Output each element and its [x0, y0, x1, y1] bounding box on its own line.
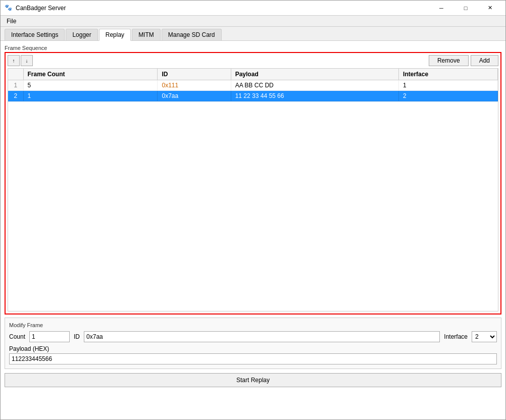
tab-logger[interactable]: Logger	[66, 29, 97, 40]
app-title: CanBadger Server	[16, 5, 66, 12]
row-num: 2	[8, 91, 23, 101]
minimize-button[interactable]: ─	[430, 1, 453, 16]
interface-label: Interface	[444, 333, 468, 340]
tab-replay[interactable]: Replay	[99, 29, 131, 41]
col-id: ID	[158, 69, 231, 80]
row-id: 0x111	[158, 80, 231, 91]
title-bar-left: 🐾 CanBadger Server	[5, 4, 66, 12]
row-interface: 2	[399, 91, 498, 101]
tab-manage-sd-card[interactable]: Manage SD Card	[162, 29, 222, 40]
frame-sequence-section: Frame Sequence ↑ ↓ Remove Add	[5, 45, 501, 314]
count-input[interactable]	[29, 331, 70, 342]
row-num: 1	[8, 80, 23, 91]
row-frame-count: 5	[23, 80, 158, 91]
tab-interface-settings[interactable]: Interface Settings	[5, 29, 65, 40]
app-icon: 🐾	[5, 4, 13, 12]
row-payload: AA BB CC DD	[231, 80, 398, 91]
action-buttons: Remove Add	[429, 55, 498, 66]
arrow-buttons: ↑ ↓	[8, 55, 33, 66]
menu-file[interactable]: File	[3, 17, 20, 26]
main-window: 🐾 CanBadger Server ─ □ ✕ File Interface …	[0, 0, 506, 420]
row-interface: 1	[399, 80, 498, 91]
id-input[interactable]	[84, 331, 440, 342]
row-payload: 11 22 33 44 55 66	[231, 91, 398, 101]
move-down-button[interactable]: ↓	[21, 55, 33, 66]
table-header-row: Frame Count ID Payload Interface	[8, 69, 498, 80]
add-button[interactable]: Add	[471, 55, 498, 66]
title-bar-controls: ─ □ ✕	[430, 1, 501, 16]
frame-sequence-box: ↑ ↓ Remove Add Frame Count	[5, 52, 501, 314]
main-content: Frame Sequence ↑ ↓ Remove Add	[1, 41, 505, 419]
maximize-button[interactable]: □	[454, 1, 477, 16]
payload-input[interactable]	[9, 353, 497, 364]
table-row[interactable]: 210x7aa11 22 33 44 55 662	[8, 91, 498, 101]
col-num	[8, 69, 23, 80]
row-frame-count: 1	[23, 91, 158, 101]
count-label: Count	[9, 333, 25, 340]
modify-frame-section: Modify Frame Count ID Interface 1 2 3 4 …	[5, 318, 501, 369]
close-button[interactable]: ✕	[478, 1, 501, 16]
start-replay-button[interactable]: Start Replay	[5, 373, 501, 387]
frame-sequence-label: Frame Sequence	[5, 45, 501, 51]
payload-label: Payload (HEX)	[9, 345, 497, 352]
title-bar: 🐾 CanBadger Server ─ □ ✕	[1, 1, 505, 16]
toolbar-row: ↑ ↓ Remove Add	[8, 55, 498, 66]
modify-row-1: Count ID Interface 1 2 3 4	[9, 331, 497, 342]
frame-table: Frame Count ID Payload Interface 150x111…	[8, 69, 498, 101]
table-wrapper[interactable]: Frame Count ID Payload Interface 150x111…	[8, 68, 498, 311]
id-label: ID	[74, 333, 80, 340]
move-up-button[interactable]: ↑	[8, 55, 20, 66]
col-frame-count: Frame Count	[23, 69, 158, 80]
interface-select[interactable]: 1 2 3 4	[472, 331, 497, 342]
modify-frame-label: Modify Frame	[9, 322, 497, 328]
col-payload: Payload	[231, 69, 398, 80]
tab-mitm[interactable]: MITM	[132, 29, 161, 40]
row-id: 0x7aa	[158, 91, 231, 101]
col-interface: Interface	[399, 69, 498, 80]
table-row[interactable]: 150x111AA BB CC DD1	[8, 80, 498, 91]
tab-bar: Interface Settings Logger Replay MITM Ma…	[1, 27, 505, 41]
menu-bar: File	[1, 16, 505, 27]
remove-button[interactable]: Remove	[429, 55, 469, 66]
payload-row: Payload (HEX)	[9, 345, 497, 364]
